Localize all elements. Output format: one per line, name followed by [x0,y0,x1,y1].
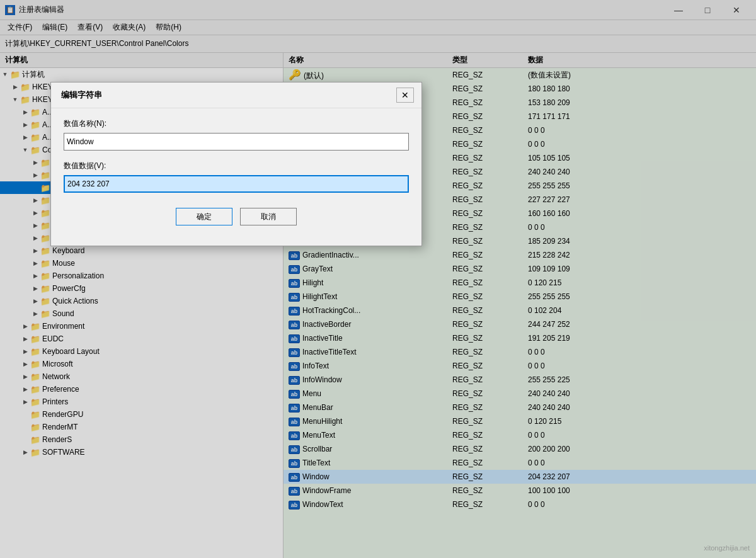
dialog-title-text: 编辑字符串 [61,89,102,101]
edit-string-dialog: 编辑字符串 ✕ 数值名称(N): 数值数据(V): 确定 取消 [50,82,422,246]
dialog-title-bar: 编辑字符串 ✕ [51,83,421,108]
dialog-name-input[interactable] [64,133,409,151]
dialog-data-label: 数值数据(V): [64,161,409,171]
dialog-buttons: 确定 取消 [64,208,409,236]
dialog-close-button[interactable]: ✕ [396,88,414,103]
dialog-overlay: 编辑字符串 ✕ 数值名称(N): 数值数据(V): 确定 取消 [0,0,756,558]
dialog-name-label: 数值名称(N): [64,118,409,129]
dialog-cancel-button[interactable]: 取消 [240,208,297,225]
dialog-ok-button[interactable]: 确定 [176,208,232,225]
dialog-body: 数值名称(N): 数值数据(V): 确定 取消 [51,108,421,246]
dialog-data-input[interactable] [64,175,409,193]
